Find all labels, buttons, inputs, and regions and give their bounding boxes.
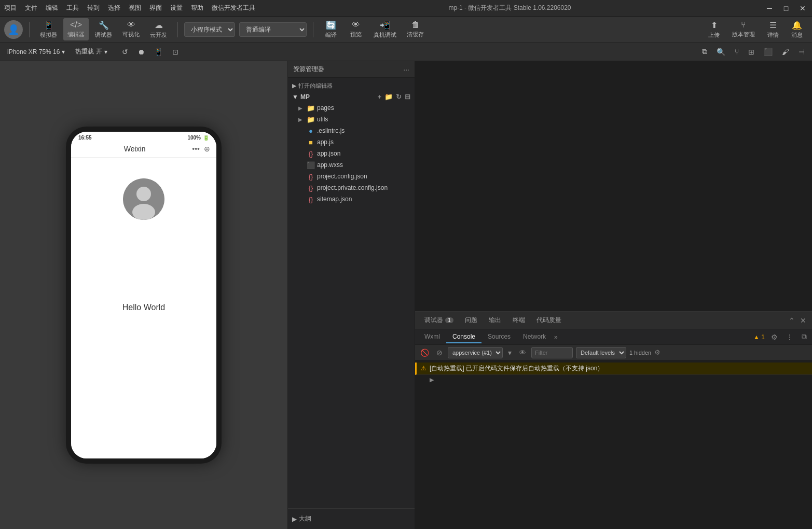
eye-icon-button[interactable]: 👁 — [517, 347, 528, 358]
console-message-text-0: [自动热重载] 已开启代码文件保存后自动热重载（不支持 json） — [430, 364, 808, 373]
phone-layout-button[interactable]: 📱 — [151, 46, 166, 58]
add-folder-icon[interactable]: 📁 — [384, 93, 393, 101]
kebab-menu-icon[interactable]: ⋮ — [784, 332, 795, 342]
outline-section[interactable]: ▶ 大纲 — [288, 508, 415, 529]
window-controls[interactable]: ─ □ ✕ — [764, 3, 808, 13]
appjs-file[interactable]: ■ app.js — [288, 136, 415, 148]
detail-button[interactable]: ☰ 详情 — [762, 18, 784, 41]
cloud-button[interactable]: ☁ 云开发 — [146, 18, 171, 41]
menu-item-interface[interactable]: 界面 — [149, 4, 162, 12]
expand-arrow-icon[interactable]: ▶ — [430, 377, 434, 383]
console-filter-input[interactable] — [531, 347, 573, 358]
devtools-collapse-button[interactable]: ⌃ — [787, 315, 796, 326]
preview-icon: 👁 — [352, 20, 360, 30]
detach-icon[interactable]: ⧉ — [800, 331, 809, 342]
refresh-icon[interactable]: ↻ — [396, 93, 402, 101]
split-view-button[interactable]: ⬛ — [761, 46, 776, 58]
open-editors-label: 打开的编辑器 — [298, 82, 333, 90]
action-group: 🔄 编译 👁 预览 📲 真机调试 🗑 清缓存 — [320, 18, 428, 41]
tab-issues[interactable]: 问题 — [460, 314, 483, 327]
message-button[interactable]: 🔔 消息 — [786, 18, 808, 41]
devtools-close-button[interactable]: ✕ — [799, 315, 808, 326]
mp-section[interactable]: ▼ MP + 📁 ↻ ⊟ — [288, 91, 415, 102]
tab-console[interactable]: Console — [446, 331, 481, 343]
refresh-button[interactable]: ↺ — [119, 46, 131, 58]
settings-gear-icon[interactable]: ⚙ — [769, 332, 780, 342]
minimize-button[interactable]: ─ — [764, 3, 775, 13]
tab-network[interactable]: Network — [517, 331, 552, 343]
menu-item-weixin[interactable]: 微信开发者工具 — [212, 4, 255, 12]
menu-item-goto[interactable]: 转到 — [87, 4, 100, 12]
simulator-button[interactable]: 📱 模拟器 — [36, 18, 61, 41]
project-private-file[interactable]: {} project.private.config.json — [288, 182, 415, 193]
editor-button[interactable]: </> 编辑器 — [63, 18, 89, 40]
git-icon-button[interactable]: ⑂ — [732, 46, 742, 58]
avatar[interactable]: 👤 — [4, 20, 23, 39]
menu-item-tool[interactable]: 工具 — [66, 4, 79, 12]
preview-button[interactable]: 👁 预览 — [345, 18, 367, 40]
more-icon[interactable]: ··· — [403, 65, 409, 74]
editor-area[interactable] — [415, 61, 812, 311]
context-dropdown-btn[interactable]: ▾ — [506, 347, 514, 358]
tab-sources[interactable]: Sources — [481, 331, 517, 343]
menu-item-settings[interactable]: 设置 — [170, 4, 183, 12]
tab-wxml[interactable]: Wxml — [418, 331, 446, 343]
block-icon[interactable]: ⊘ — [434, 347, 445, 358]
real-debug-button[interactable]: 📲 真机调试 — [369, 18, 401, 41]
version-button[interactable]: ⑂ 版本管理 — [727, 18, 760, 40]
debugger-button[interactable]: 🔧 调试器 — [91, 18, 116, 41]
layout-button[interactable]: ⊞ — [745, 46, 758, 58]
menu-item-file[interactable]: 文件 — [25, 4, 37, 12]
compile-button[interactable]: 🔄 编译 — [320, 18, 342, 41]
hotreload-toggle[interactable]: 热重载 开 ▾ — [71, 46, 111, 57]
more-options-button[interactable]: ⊣ — [795, 46, 808, 58]
add-file-icon[interactable]: + — [377, 93, 381, 101]
device-selector[interactable]: iPhone XR 75% 16 ▾ — [4, 47, 68, 57]
upload-button[interactable]: ⬆ 上传 — [703, 18, 725, 41]
tab-debugger[interactable]: 调试器 1 — [419, 314, 459, 327]
collapse-icon[interactable]: ⊟ — [405, 93, 410, 101]
clear-cache-button[interactable]: 🗑 清缓存 — [403, 18, 428, 40]
visual-button[interactable]: 👁 可视化 — [118, 18, 144, 40]
menu-item-project[interactable]: 项目 — [4, 4, 17, 12]
close-button[interactable]: ✕ — [797, 3, 808, 13]
appjson-file[interactable]: {} app.json — [288, 148, 415, 159]
split-button[interactable]: ⊡ — [169, 46, 182, 58]
record-button[interactable]: ⏺ — [134, 46, 148, 58]
pages-folder[interactable]: ▶ 📁 pages — [288, 102, 415, 114]
hotreload-chevron-icon: ▾ — [104, 48, 107, 55]
levels-select[interactable]: Default levels — [576, 347, 626, 358]
menu-item-edit[interactable]: 编辑 — [46, 4, 58, 12]
compile-mode-select[interactable]: 普通编译 — [239, 22, 307, 37]
appwxss-file[interactable]: ⬛ app.wxss — [288, 159, 415, 171]
clear-console-button[interactable]: 🚫 — [418, 347, 431, 358]
settings-btn[interactable]: ⚙ — [654, 349, 660, 356]
menu-item-select[interactable]: 选择 — [108, 4, 120, 12]
tab-output[interactable]: 输出 — [484, 314, 506, 327]
console-expand-row[interactable]: ▶ — [415, 375, 812, 384]
hotreload-label: 热重载 开 — [75, 47, 102, 56]
copy-files-button[interactable]: ⧉ — [699, 46, 710, 58]
mode-select[interactable]: 小程序模式 — [184, 22, 235, 37]
tab-terminal[interactable]: 终端 — [507, 314, 530, 327]
sitemap-label: sitemap.json — [317, 196, 410, 203]
phone-dot-icon: ⊕ — [204, 145, 210, 153]
hidden-count-label: 1 hidden — [629, 350, 651, 356]
eslintrc-file[interactable]: ● .eslintrc.js — [288, 125, 415, 136]
tab-code-quality[interactable]: 代码质量 — [531, 314, 567, 327]
open-editors-header[interactable]: ▶ 打开的编辑器 — [288, 80, 415, 91]
search-editor-button[interactable]: 🔍 — [713, 46, 728, 58]
maximize-button[interactable]: □ — [781, 3, 791, 13]
utils-folder[interactable]: ▶ 📁 utils — [288, 114, 415, 125]
project-config-file[interactable]: {} project.config.json — [288, 171, 415, 182]
sitemap-file[interactable]: {} sitemap.json — [288, 193, 415, 205]
menu-item-view[interactable]: 视图 — [129, 4, 141, 12]
sitemap-icon: {} — [307, 196, 315, 203]
menu-item-help[interactable]: 帮助 — [191, 4, 203, 12]
output-tab-label: 输出 — [489, 316, 501, 325]
devtools-tabs-bar: 调试器 1 问题 输出 终端 代码质量 ⌃ ✕ — [415, 312, 812, 329]
more-tabs-button[interactable]: » — [554, 333, 558, 341]
menu-bar[interactable]: 项目 文件 编辑 工具 转到 选择 视图 界面 设置 帮助 微信开发者工具 — [4, 4, 255, 12]
brush-button[interactable]: 🖌 — [779, 46, 792, 58]
context-select[interactable]: appservice (#1) — [448, 347, 503, 358]
